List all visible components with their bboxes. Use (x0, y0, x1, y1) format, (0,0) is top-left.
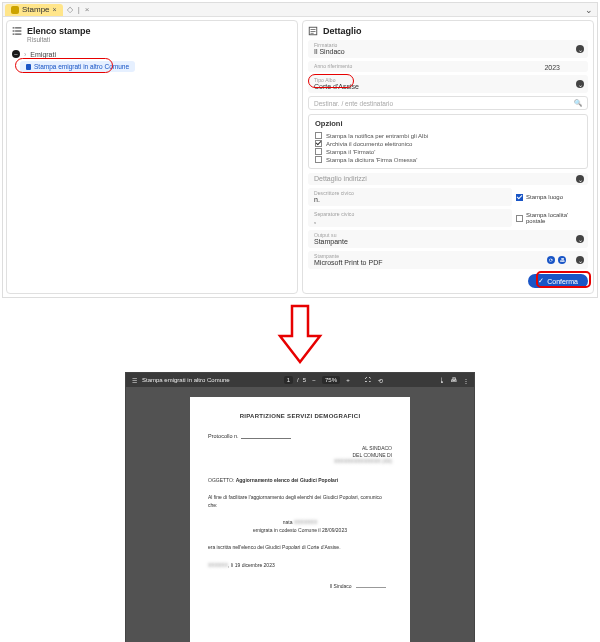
opzioni-title: Opzioni (315, 119, 581, 128)
underline (241, 433, 291, 439)
left-title: Elenco stampe (27, 26, 91, 36)
refresh-icon[interactable]: ⟳ (547, 256, 555, 264)
checkbox-icon[interactable] (315, 140, 322, 147)
opt-3[interactable]: Stampa il 'Firmato' (315, 148, 581, 155)
redacted-text: XXXXXX (208, 562, 228, 568)
list-icon (12, 26, 22, 36)
signature-line (356, 587, 386, 588)
main-panes: Elenco stampe Risultati – › Emigrati Sta… (3, 17, 597, 297)
crumb-label[interactable]: Emigrati (30, 51, 56, 58)
chevron-down-icon[interactable]: ⌄ (585, 5, 593, 15)
svg-rect-7 (311, 29, 316, 30)
zoom-in-icon[interactable]: + (344, 376, 352, 384)
field-output[interactable]: Output su Stampante ⌄ (308, 230, 588, 248)
tab-title: Stampe (22, 5, 50, 14)
pin-icon[interactable]: ◇ (67, 5, 73, 14)
doc-destinatario: AL SINDACO DEL COMUNE DI XXXXXXXXXXXXXX … (208, 445, 392, 465)
svg-rect-1 (15, 27, 21, 28)
pdf-page: RIPARTIZIONE SERVIZI DEMOGRAFICI Protoco… (190, 397, 410, 642)
tipoalbo-value: Corte d'Assise (314, 83, 582, 90)
doc-oggetto: OGGETTO: Aggiornamento elenco dei Giudic… (208, 477, 392, 485)
redacted-text: XXXXXXXXXXXXXX (XX) (208, 458, 392, 465)
chevron-down-icon[interactable]: ⌄ (576, 80, 584, 88)
pdf-toolbar: ☰ Stampa emigrati in altro Comune 1 / 5 … (126, 373, 474, 387)
sep-value: , (314, 217, 506, 224)
tab-bar: Stampe × ◇ | × ⌄ (3, 3, 597, 17)
printer-action-icons: ⟳ 🖶 (547, 256, 566, 264)
search-placeholder: Destinar. / ente destinatario (314, 100, 393, 107)
close-icon[interactable]: × (53, 6, 57, 13)
output-value: Stampante (314, 238, 582, 245)
dettaglio-indirizzi[interactable]: Dettaglio indirizzi ⌄ (308, 173, 588, 185)
checkbox-icon[interactable] (315, 156, 322, 163)
svg-rect-3 (15, 30, 21, 31)
checkbox-icon[interactable] (516, 194, 523, 201)
opt-2[interactable]: Archivia il documento elettronico (315, 140, 581, 147)
checkbox-icon[interactable] (315, 132, 322, 139)
opt-4[interactable]: Stampa la dicitura 'Firma Omessa' (315, 156, 581, 163)
pdf-zoom[interactable]: 75% (322, 376, 340, 384)
svg-rect-4 (13, 34, 15, 35)
field-anno[interactable]: Anno riferimento 2023 (308, 61, 588, 72)
chevron-down-icon[interactable]: ⌄ (576, 45, 584, 53)
right-title: Dettaglio (323, 26, 362, 36)
opt-stampa-luogo[interactable]: Stampa luogo (516, 188, 588, 206)
doc-body1: Al fine di facilitare l'aggiornamento de… (208, 494, 392, 509)
pdf-page-current[interactable]: 1 (284, 376, 293, 384)
download-icon[interactable]: ⭳ (438, 376, 446, 384)
checkbox-icon[interactable] (516, 215, 523, 222)
detail-icon (308, 26, 318, 36)
doc-heading: RIPARTIZIONE SERVIZI DEMOGRAFICI (208, 413, 392, 419)
collapse-icon[interactable]: – (12, 50, 20, 58)
field-stampante[interactable]: Stampante Microsoft Print to PDF ⟳ 🖶 ⌄ (308, 251, 588, 269)
pdf-doc-name: Stampa emigrati in altro Comune (142, 377, 230, 383)
right-pane: Dettaglio Firmatario Il Sindaco ⌄ Anno r… (302, 20, 594, 294)
printer-icon[interactable]: 🖶 (558, 256, 566, 264)
checkbox-icon[interactable] (315, 148, 322, 155)
doc-body3: era iscritta nell'elenco dei Giudici Pop… (208, 544, 392, 552)
descr-value: n. (314, 196, 506, 203)
chevron-down-icon[interactable]: ⌄ (576, 256, 584, 264)
svg-rect-9 (311, 33, 314, 34)
tab-stampe[interactable]: Stampe × (5, 4, 63, 16)
annotation-highlight-left (15, 58, 113, 73)
search-icon: 🔍 (574, 99, 582, 107)
pdf-viewer: ☰ Stampa emigrati in altro Comune 1 / 5 … (125, 372, 475, 642)
doc-body2: nata XXXXXXX emigrata in codesto Comune … (208, 519, 392, 534)
anno-label: Anno riferimento (314, 63, 582, 69)
field-descrittore[interactable]: Descrittore civico n. (308, 188, 512, 206)
fit-page-icon[interactable]: ⛶ (364, 376, 372, 384)
chevron-down-icon[interactable]: ⌄ (576, 175, 584, 183)
stampante-value: Microsoft Print to PDF (314, 259, 582, 266)
field-firmatario[interactable]: Firmatario Il Sindaco ⌄ (308, 40, 588, 58)
svg-rect-5 (15, 34, 21, 35)
left-body: – › Emigrati Stampa emigrati in altro Co… (12, 47, 292, 237)
annotation-arrow (0, 304, 600, 366)
anno-value: 2023 (544, 63, 560, 70)
search-destinatario[interactable]: Destinar. / ente destinatario 🔍 (308, 96, 588, 110)
svg-rect-0 (13, 27, 15, 28)
menu-icon[interactable]: ☰ (130, 376, 138, 384)
zoom-out-icon[interactable]: − (310, 376, 318, 384)
tab-controls: ◇ | × (67, 5, 90, 14)
dettaglio-ind-label: Dettaglio indirizzi (314, 175, 582, 182)
right-header: Dettaglio (308, 26, 588, 36)
doc-date: XXXXXX, lì 19 dicembre 2023 (208, 562, 392, 570)
annotation-highlight-confirm (536, 271, 591, 288)
close-all-icon[interactable]: × (85, 5, 90, 14)
left-pane: Elenco stampe Risultati – › Emigrati Sta… (6, 20, 298, 294)
opt-localita-postale[interactable]: Stampa localita' postale (516, 209, 588, 227)
doc-protocollo: Protocollo n. (208, 433, 392, 439)
opt-1[interactable]: Stampa la notifica per entrambi gli Albi (315, 132, 581, 139)
pdf-body[interactable]: RIPARTIZIONE SERVIZI DEMOGRAFICI Protoco… (126, 387, 474, 642)
more-icon[interactable]: ⋮ (462, 376, 470, 384)
breadcrumb: – › Emigrati (12, 50, 292, 58)
annotation-highlight-tipoalbo (308, 74, 354, 88)
svg-rect-2 (13, 30, 15, 31)
svg-rect-8 (311, 31, 316, 32)
field-separatore[interactable]: Separatore civico , (308, 209, 512, 227)
chevron-down-icon[interactable]: ⌄ (576, 235, 584, 243)
left-header: Elenco stampe Risultati (12, 26, 292, 43)
rotate-icon[interactable]: ⟲ (376, 376, 384, 384)
print-icon[interactable]: 🖶 (450, 376, 458, 384)
